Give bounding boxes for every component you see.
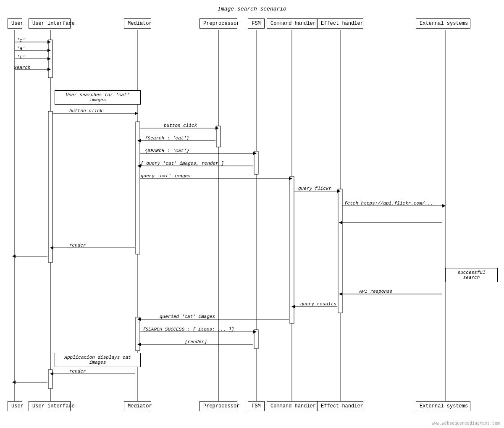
svg-marker-53 [137,318,141,321]
actor-user-bottom: User [8,401,22,411]
svg-marker-39 [337,189,341,193]
label-button-click-1: button click [69,108,102,113]
actor-preprocessor-top: Preprocessor [200,18,237,29]
svg-marker-33 [253,152,257,155]
watermark: www.websequencediagrams.com [432,421,500,426]
label-render-cmd: [render] [185,339,207,344]
svg-marker-29 [215,126,219,130]
svg-marker-45 [50,246,53,249]
label-api-response: API response [359,289,392,294]
label-queried-cat: queried 'cat' images [160,314,215,319]
actor-ui-top: User interface [29,18,71,29]
svg-marker-37 [289,177,292,180]
svg-marker-31 [137,139,141,142]
label-query-flickr: query flickr [298,186,331,191]
svg-marker-23 [47,57,51,60]
label-query-render: [ query 'cat' images, render ] [141,161,224,166]
actor-external-top: External systems [416,18,470,29]
note-user-searches: User searches for 'cat' images [55,90,141,105]
svg-marker-43 [339,221,342,224]
svg-rect-11 [216,126,220,147]
label-a: 'a' [17,46,25,51]
actor-cmd-top: Command handler [267,18,317,29]
actor-mediator-top: Mediator [124,18,151,29]
svg-marker-25 [47,68,51,71]
svg-rect-8 [48,40,52,78]
actor-preprocessor-bottom: Preprocessor [200,401,237,411]
svg-marker-61 [12,381,16,384]
label-search-cat: {Search : 'cat'} [145,136,189,141]
svg-marker-55 [253,330,257,333]
label-query-cat: query 'cat' images [141,173,191,179]
diagram-container: Image search scenario [0,0,504,428]
actor-ui-bottom: User interface [29,401,71,411]
actor-external-bottom: External systems [416,401,470,411]
svg-rect-12 [254,151,258,174]
svg-rect-17 [48,370,52,389]
label-search-cmd: {SEARCH : 'cat'} [145,148,189,153]
svg-rect-15 [136,317,140,351]
actor-effect-top: Effect handler [317,18,363,29]
label-render-1: render [69,243,86,248]
svg-marker-49 [339,292,342,296]
label-query-results: query results [300,302,336,307]
label-search-success: {SEARCH SUCCESS : { items: ... }} [143,327,234,332]
label-search: Search [14,65,31,70]
svg-marker-59 [50,372,53,375]
label-t: 't' [17,55,25,60]
svg-marker-57 [137,343,141,346]
label-render-2: render [69,369,86,374]
actor-fsm-bottom: FSM [248,401,265,411]
svg-marker-41 [442,204,446,207]
actor-user-top: User [8,18,22,29]
note-app-displays: Application displays cat images [55,353,141,367]
label-fetch: fetch https://api.flickr.com/... [344,201,433,206]
svg-rect-16 [254,330,258,349]
svg-marker-21 [47,49,51,52]
svg-marker-47 [12,255,16,258]
svg-marker-51 [291,305,295,308]
note-successful-search: successful search [445,268,498,282]
svg-rect-10 [136,122,140,254]
svg-rect-14 [338,189,342,313]
svg-marker-35 [137,164,141,168]
svg-marker-27 [135,112,138,115]
svg-rect-9 [48,111,52,263]
actor-mediator-bottom: Mediator [124,401,151,411]
svg-marker-19 [47,40,51,44]
svg-rect-13 [290,176,294,323]
label-c: 'c' [17,38,25,43]
diagram-title: Image search scenario [218,6,286,12]
actor-fsm-top: FSM [248,18,265,29]
label-button-click-2: button click [164,123,197,128]
actor-effect-bottom: Effect handler [317,401,363,411]
actor-cmd-bottom: Command handler [267,401,317,411]
